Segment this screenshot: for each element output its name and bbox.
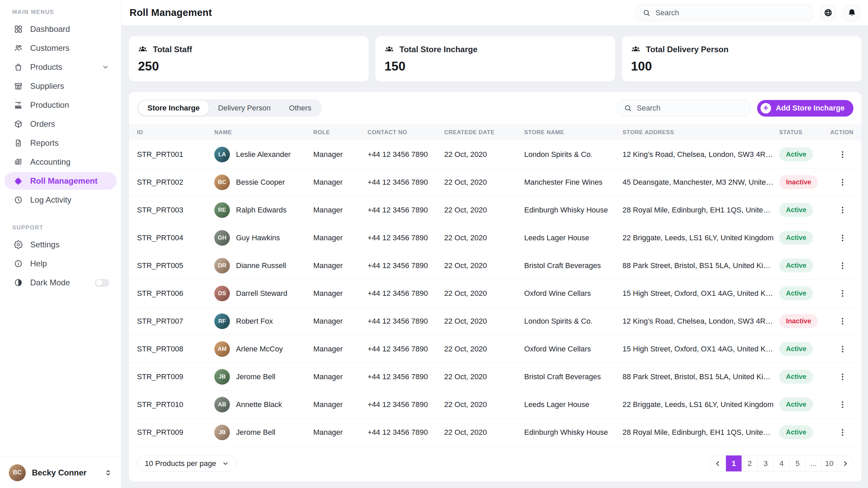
dark-mode-toggle[interactable] [95,279,109,287]
cell-status: Active [779,231,830,245]
sidebar-item-settings[interactable]: Settings [4,236,117,253]
tab-store-incharge[interactable]: Store Incharge [138,101,209,116]
sidebar-item-production[interactable]: Production [4,96,117,114]
language-button[interactable] [820,5,836,21]
accounting-icon [14,158,23,166]
row-actions-button[interactable] [836,426,849,439]
avatar: LA [214,147,230,162]
global-search[interactable] [636,4,812,21]
settings-icon [14,240,23,249]
table-search-input[interactable] [637,104,744,113]
avatar: GH [214,230,230,246]
global-search-input[interactable] [655,8,806,17]
orders-icon [14,120,23,128]
cell-id: STR_PRT007 [137,317,214,326]
next-page-button[interactable] [837,455,853,471]
page-button[interactable]: 5 [789,455,805,471]
cell-created-date: 22 Oct, 2020 [444,289,524,298]
table-row: STR_PRT008 AM Arlene McCoy Manager +44 1… [129,335,862,363]
sidebar-item-reports[interactable]: Reports [4,134,117,152]
cell-role: Manager [313,261,368,270]
sidebar-item-roll-management[interactable]: Roll Management [4,172,117,190]
row-actions-button[interactable] [836,148,849,161]
cell-contact: +44 12 3456 7890 [368,206,444,215]
cell-name: AM Arlene McCoy [214,341,313,357]
cell-action [830,399,853,411]
row-actions-button[interactable] [836,343,849,355]
page-button[interactable]: ... [805,455,821,471]
cell-role: Manager [313,233,368,242]
row-actions-button[interactable] [836,232,849,244]
page-button[interactable]: 2 [742,455,757,471]
previous-page-button[interactable] [710,455,726,471]
staff-group-icon [631,45,640,54]
per-page-select[interactable]: 10 Products per page [137,455,237,472]
chevron-down-icon[interactable] [102,63,109,71]
cell-contact: +44 12 3456 7890 [368,150,444,159]
cell-status: Active [779,398,830,411]
avatar: AB [214,397,230,412]
status-badge: Active [779,370,813,384]
cell-status: Active [779,147,830,161]
page-button[interactable]: 10 [821,455,837,471]
cell-store-name: Bristol Craft Beverages [524,372,623,381]
table-search[interactable] [617,100,750,117]
cell-store-address: 12 King’s Road, Chelsea, London, SW3 4RP… [623,150,779,159]
chevron-right-icon [842,460,849,467]
table-row: STR_PRT004 GH Guy Hawkins Manager +44 12… [129,224,862,252]
cell-store-name: Edinburgh Whisky House [524,206,623,215]
add-store-incharge-button[interactable]: + Add Store Incharge [757,100,853,117]
cell-contact: +44 12 3456 7890 [368,400,444,409]
products-icon [14,63,23,72]
cell-id: STR_PRT009 [137,428,214,437]
row-actions-button[interactable] [836,371,849,383]
row-actions-button[interactable] [836,260,849,272]
sidebar-item-suppliers[interactable]: Suppliers [4,77,117,95]
dashboard-icon [14,25,23,34]
sidebar-item-customers[interactable]: Customers [4,39,117,57]
tab-delivery-person[interactable]: Delivery Person [209,101,280,116]
cell-contact: +44 12 3456 7890 [368,428,444,437]
cell-status: Active [779,286,830,300]
page-button[interactable]: 4 [773,455,789,471]
sidebar-item-orders[interactable]: Orders [4,115,117,133]
sidebar-item-products[interactable]: Products [4,58,117,76]
sidebar-item-help[interactable]: Help [4,255,117,272]
page-button[interactable]: 3 [757,455,773,471]
cell-status: Active [779,342,830,356]
page-button[interactable]: 1 [726,455,742,471]
sidebar-item-log-activity[interactable]: Log Activity [4,191,117,209]
roll-management-icon [14,177,23,185]
cell-role: Manager [313,400,368,409]
cell-id: STR_PRT004 [137,233,214,242]
tab-bar: Store Incharge Delivery Person Others [137,99,322,117]
cell-role: Manager [313,150,368,159]
row-actions-button[interactable] [836,399,849,411]
cell-contact: +44 12 3456 7890 [368,178,444,187]
tab-others[interactable]: Others [280,101,320,116]
toggle-knob [96,280,102,286]
sidebar-item-accounting[interactable]: Accounting [4,153,117,171]
sidebar-item-dashboard[interactable]: Dashboard [4,20,117,38]
staff-group-icon [384,45,394,54]
table-body: STR_PRT001 LA Leslie Alexander Manager +… [129,141,862,446]
status-badge: Active [779,286,813,300]
cell-store-address: 88 Park Street, Bristol, BS1 5LA, United… [623,261,779,270]
row-actions-button[interactable] [836,176,849,188]
notifications-button[interactable] [844,5,860,21]
cell-status: Active [779,425,830,439]
row-actions-button[interactable] [836,287,849,300]
table-row: STR_PRT001 LA Leslie Alexander Manager +… [129,141,862,168]
sidebar-item-dark-mode[interactable]: Dark Mode [4,274,117,291]
chevron-down-icon [222,460,229,467]
row-actions-button[interactable] [836,204,849,216]
row-actions-button[interactable] [836,315,849,327]
cell-store-name: London Spirits & Co. [524,150,623,159]
globe-icon [824,8,833,17]
column-header: CONTACT NO [368,129,444,136]
person-name: Ralph Edwards [236,206,287,215]
user-menu[interactable]: BC Becky Conner [0,457,121,488]
pagination: 12345...10 [709,455,853,472]
cell-contact: +44 12 3456 7890 [368,233,444,242]
cell-store-address: 22 Briggate, Leeds, LS1 6LY, United King… [623,233,779,242]
